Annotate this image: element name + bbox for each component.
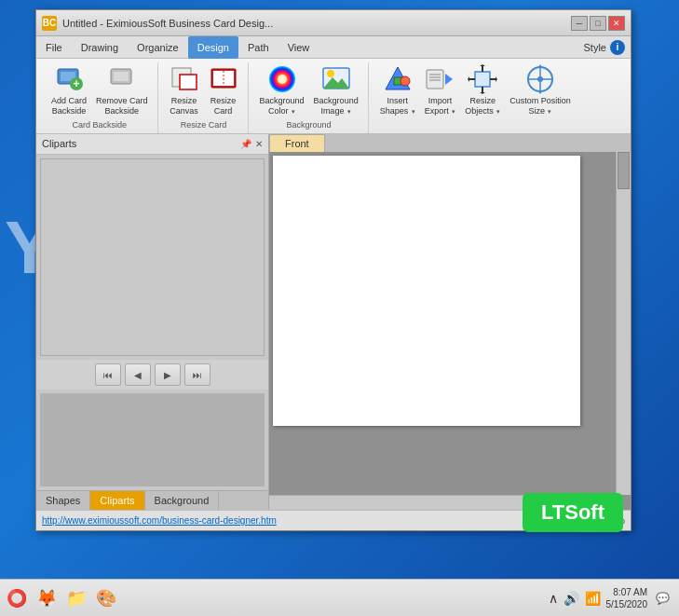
import-export-icon [425, 64, 455, 94]
nav-last-button[interactable]: ⏭ [184, 363, 210, 386]
insert-shapes-button[interactable]: InsertShapes ▾ [376, 62, 419, 118]
menu-view[interactable]: View [278, 36, 319, 59]
ribbon-group-tools: InsertShapes ▾ ImportExport ▾ [371, 62, 580, 133]
ribbon: + Add CardBackside Remove CardBackside [36, 59, 631, 134]
svg-rect-24 [475, 72, 490, 87]
remove-card-backside-label: Remove CardBackside [96, 96, 148, 116]
menu-drawing[interactable]: Drawing [72, 36, 128, 59]
background-group-title: Background [287, 120, 332, 130]
ltsoft-badge: LTSoft [523, 493, 623, 532]
svg-marker-38 [538, 91, 542, 94]
nav-controls: ⏮ ◀ ▶ ⏭ [36, 360, 268, 390]
title-bar: BC Untitled - EximiousSoft Business Card… [36, 10, 631, 36]
tab-background[interactable]: Background [145, 491, 220, 510]
tray-volume[interactable]: 🔊 [564, 591, 579, 606]
panel-close-button[interactable]: ✕ [255, 139, 263, 149]
background-image-icon [321, 64, 351, 94]
menu-style-label: Style [584, 42, 606, 53]
tools-buttons: InsertShapes ▾ ImportExport ▾ [376, 62, 575, 128]
restore-button[interactable]: □ [590, 16, 606, 31]
menu-file[interactable]: File [36, 36, 72, 59]
menu-path[interactable]: Path [238, 36, 278, 59]
insert-shapes-label: InsertShapes ▾ [380, 96, 415, 116]
svg-text:+: + [74, 77, 80, 90]
svg-rect-5 [114, 72, 129, 81]
svg-point-36 [537, 76, 543, 82]
resize-objects-button[interactable]: ResizeObjects ▾ [461, 62, 504, 118]
svg-rect-19 [427, 70, 443, 89]
background-buttons: BackgroundColor ▾ BackgroundImage ▾ [256, 62, 362, 118]
left-panel: Cliparts 📌 ✕ ⏮ ◀ ▶ ⏭ Shapes Cliparts Bac… [36, 134, 269, 510]
background-color-button[interactable]: BackgroundColor ▾ [256, 62, 308, 118]
add-card-backside-button[interactable]: + Add CardBackside [48, 62, 90, 118]
resize-objects-icon [468, 64, 497, 94]
ribbon-group-resize-card: ResizeCanvas ResizeCard Resize Card [160, 62, 249, 133]
notification-icon[interactable]: 💬 [653, 589, 672, 608]
import-export-label: ImportExport ▾ [425, 96, 456, 116]
svg-marker-37 [538, 64, 542, 67]
svg-marker-30 [468, 76, 469, 82]
panel-tabs: Shapes Cliparts Background [36, 490, 268, 510]
tab-cliparts[interactable]: Cliparts [90, 491, 144, 510]
system-tray: ∧ 🔊 📶 [549, 591, 601, 606]
card-backside-group-title: Card Backside [73, 120, 128, 130]
canvas-scroll-area[interactable] [269, 152, 631, 510]
taskbar-opera[interactable]: ⭕ [4, 585, 30, 611]
nav-prev-button[interactable]: ◀ [125, 363, 151, 386]
close-button[interactable]: ✕ [608, 16, 625, 31]
svg-point-12 [278, 75, 287, 84]
resize-canvas-button[interactable]: ResizeCanvas [166, 62, 203, 118]
background-image-button[interactable]: BackgroundImage ▾ [310, 62, 362, 118]
menu-design[interactable]: Design [188, 36, 238, 59]
remove-card-backside-icon [107, 64, 137, 94]
panel-title: Cliparts [42, 138, 76, 149]
custom-position-size-button[interactable]: Custom PositionSize ▾ [506, 62, 575, 118]
import-export-button[interactable]: ImportExport ▾ [421, 62, 460, 118]
taskbar-explorer[interactable]: 📁 [63, 585, 89, 611]
resize-canvas-label: ResizeCanvas [170, 96, 198, 116]
svg-rect-7 [180, 75, 197, 89]
tab-shapes[interactable]: Shapes [36, 491, 90, 510]
resize-canvas-icon [170, 64, 199, 94]
main-content: Cliparts 📌 ✕ ⏮ ◀ ▶ ⏭ Shapes Cliparts Bac… [36, 134, 631, 510]
tray-expand[interactable]: ∧ [549, 591, 558, 606]
menu-style-area: Style i [584, 40, 631, 55]
nav-next-button[interactable]: ▶ [155, 363, 181, 386]
ribbon-group-background: BackgroundColor ▾ BackgroundImage ▾ Back… [251, 62, 369, 133]
taskbar-app4[interactable]: 🎨 [93, 585, 119, 611]
panel-header: Cliparts 📌 ✕ [36, 134, 268, 155]
background-image-label: BackgroundImage ▾ [314, 96, 359, 116]
clock-date: 5/15/2020 [606, 598, 648, 610]
taskbar: ⭕ 🦊 📁 🎨 ∧ 🔊 📶 8:07 AM 5/15/2020 💬 [0, 579, 679, 616]
clock[interactable]: 8:07 AM 5/15/2020 [606, 586, 648, 610]
custom-position-size-label: Custom PositionSize ▾ [509, 96, 571, 116]
card-backside-buttons: + Add CardBackside Remove CardBackside [48, 62, 152, 118]
resize-card-buttons: ResizeCanvas ResizeCard [166, 62, 242, 118]
canvas-inner [269, 152, 631, 510]
bottom-thumbnails [40, 393, 265, 486]
panel-header-controls: 📌 ✕ [240, 139, 263, 149]
clipart-display [40, 158, 265, 356]
taskbar-apps: ⭕ 🦊 📁 🎨 [0, 585, 123, 611]
canvas-tab-front[interactable]: Front [269, 134, 325, 152]
svg-marker-23 [445, 74, 453, 85]
scrollbar-vertical[interactable] [616, 152, 631, 495]
remove-card-backside-button[interactable]: Remove CardBackside [92, 62, 152, 118]
scrollbar-vertical-thumb[interactable] [618, 152, 630, 189]
resize-card-button[interactable]: ResizeCard [205, 62, 242, 118]
card-canvas[interactable] [273, 156, 580, 426]
svg-point-14 [327, 70, 334, 77]
tray-network[interactable]: 📶 [585, 591, 601, 606]
minimize-button[interactable]: ─ [571, 16, 588, 31]
taskbar-firefox[interactable]: 🦊 [34, 585, 60, 611]
window-title: Untitled - EximiousSoft Business Card De… [62, 18, 571, 29]
panel-pin-button[interactable]: 📌 [240, 139, 251, 149]
canvas-tabs: Front [269, 134, 631, 152]
info-icon[interactable]: i [610, 40, 625, 55]
resize-card-group-title: Resize Card [181, 120, 227, 130]
nav-first-button[interactable]: ⏮ [95, 363, 121, 386]
menu-organize[interactable]: Organize [128, 36, 188, 59]
background-color-label: BackgroundColor ▾ [260, 96, 305, 116]
resize-objects-label: ResizeObjects ▾ [465, 96, 500, 116]
status-link[interactable]: http://www.eximioussoft.com/business-car… [42, 515, 277, 526]
